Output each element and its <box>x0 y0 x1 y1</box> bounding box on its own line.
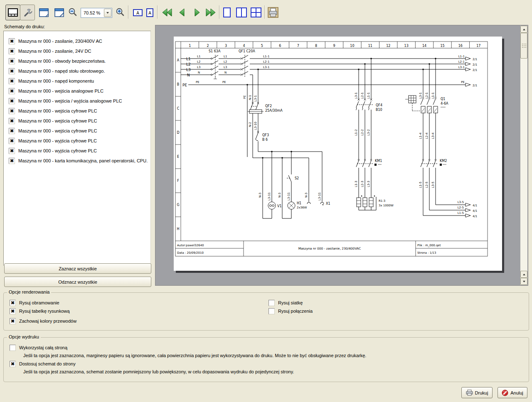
zoom-in-button[interactable] <box>113 5 127 20</box>
page-fold-button[interactable] <box>52 5 66 20</box>
checkbox[interactable] <box>268 300 275 306</box>
list-item[interactable]: ✖Maszyna nr 000 - wejścia analogowe PLC <box>4 86 150 96</box>
wire-label: N <box>198 71 200 74</box>
checkbox[interactable]: ✖ <box>9 128 15 134</box>
zoom-out-button[interactable] <box>66 5 80 20</box>
checkbox[interactable]: ✖ <box>9 108 15 114</box>
checkbox[interactable] <box>10 345 16 351</box>
zoom-level-value: 70.52 % <box>81 10 104 15</box>
wire-label: L2-1 <box>425 92 429 98</box>
first-page-button[interactable] <box>160 5 174 20</box>
one-page-view-button[interactable] <box>220 5 234 20</box>
wire-label: 3x 1000W <box>379 204 394 207</box>
list-item-label: Maszyna nr 000 - wyjścia cyfrowe PLC <box>18 138 97 143</box>
option-row[interactable]: ✖Dostosuj schemat do strony <box>10 360 523 368</box>
list-item[interactable]: ✖Maszyna nr 000 - wejścia cyfrowe PLC <box>4 126 150 136</box>
wire-label: L1-5 <box>458 211 464 215</box>
select-all-button[interactable]: Zaznacz wszystkie <box>4 263 151 274</box>
schematic-list[interactable]: ✖Maszyna nr 000 - zasilanie, 230/400V AC… <box>3 31 151 266</box>
print-setup-wrench-icon <box>22 7 32 17</box>
scrollbar-up-button-2[interactable] <box>520 271 527 278</box>
toolbar-separator <box>157 5 158 19</box>
option-row[interactable]: ✖Zachowaj kolory przewodów <box>10 317 76 325</box>
scrollbar-down-button[interactable] <box>520 278 527 285</box>
checkbox[interactable]: ✖ <box>9 138 15 144</box>
list-item-label: Maszyna nr 000 - wejścia / wyjścia analo… <box>18 98 122 103</box>
four-page-view-button[interactable] <box>249 5 264 20</box>
scrollbar-thumb[interactable] <box>520 33 527 59</box>
list-item[interactable]: ✖Maszyna nr 000 - wejścia / wyjścia anal… <box>4 96 150 106</box>
render-options-title: Opcje renderowania <box>7 289 51 294</box>
cancel-button[interactable]: Anuluj <box>498 387 527 398</box>
option-label: Rysuj obramowanie <box>19 300 59 305</box>
list-item[interactable]: ✖Maszyna nr 000 - zasilanie, 24V DC <box>4 46 150 56</box>
option-row[interactable]: Wykorzystaj całą stroną <box>10 343 523 352</box>
zoom-level-combobox[interactable]: 70.52 % <box>81 8 112 18</box>
list-item[interactable]: ✖Maszyna nr 000 - wyjścia cyfrowe PLC <box>4 136 150 146</box>
list-item[interactable]: ✖Maszyna nr 000 - wyjścia cyfrowe PLC <box>4 146 150 156</box>
scrollbar-up-button[interactable] <box>520 26 527 33</box>
option-description: Jeśli ta opcja jest zaznaczona, margines… <box>23 353 523 358</box>
list-item[interactable]: ✖Maszyna nr 000 - obwody bezpieczeństwa. <box>4 56 150 66</box>
checkbox[interactable]: ✖ <box>9 78 15 84</box>
option-row[interactable]: Rysuj siatkę <box>268 299 313 307</box>
next-page-button[interactable] <box>190 5 204 20</box>
column-header: 2 <box>207 44 209 48</box>
print-options-list: Wykorzystaj całą stronąJeśli ta opcja je… <box>10 343 523 376</box>
print-setup-button[interactable] <box>20 5 35 20</box>
preview-vertical-scrollbar[interactable] <box>520 26 527 285</box>
checkbox[interactable]: ✖ <box>9 158 15 164</box>
print-button[interactable]: Drukuj <box>461 387 493 398</box>
column-header: 4 <box>243 44 245 48</box>
titleblock-toggle-button[interactable] <box>5 5 20 20</box>
list-item[interactable]: ✖Maszyna nr 000 - napęd stołu obrotowego… <box>4 66 150 76</box>
printer-icon <box>466 390 473 396</box>
checkbox[interactable]: ✖ <box>10 308 16 314</box>
checkbox[interactable]: ✖ <box>9 68 15 74</box>
checkbox[interactable]: ✖ <box>9 58 15 64</box>
checkbox[interactable]: ✖ <box>9 98 15 104</box>
checkbox[interactable] <box>268 308 275 314</box>
last-page-button[interactable] <box>204 5 218 20</box>
page-button[interactable] <box>37 5 51 20</box>
two-page-view-button[interactable] <box>234 5 249 20</box>
checkbox[interactable]: ✖ <box>9 118 15 124</box>
deselect-all-button[interactable]: Odznacz wszystkie <box>4 277 151 287</box>
checkbox[interactable]: ✖ <box>9 148 15 154</box>
wire-label: QF3 <box>262 133 269 137</box>
checkbox[interactable]: ✖ <box>9 38 15 44</box>
wire-label: R1-3 <box>379 199 385 203</box>
print-preview-area[interactable]: 1234567891011121314151617ABCDEFGH <box>155 25 528 286</box>
zoom-level-dropdown-button[interactable] <box>104 9 111 17</box>
triangle-up-icon <box>523 274 525 275</box>
checkbox[interactable]: ✖ <box>10 361 16 367</box>
option-row[interactable]: ✖Rysuj tabelkę rysunkową <box>10 307 76 315</box>
wire-label: L3-10 <box>254 122 257 130</box>
wire-label: H1 <box>297 201 301 205</box>
column-header: 13 <box>404 44 409 48</box>
wire-label: 2/1 <box>473 84 477 87</box>
option-row[interactable]: ✖Rysuj obramowanie <box>10 299 76 307</box>
wire-label: PE <box>461 81 465 84</box>
checkbox[interactable]: ✖ <box>9 48 15 54</box>
wire-label: L3-1 <box>419 92 422 98</box>
option-row[interactable]: Rysuj połączenia <box>268 307 313 315</box>
titleblock-title: Maszyna nr 000 - zasilanie, 230/400VAC <box>298 247 361 250</box>
list-item[interactable]: ✖Maszyna nr 000 - zasilanie, 230/400V AC <box>4 36 150 46</box>
wire-label: L3-11 <box>318 192 321 201</box>
checkbox[interactable]: ✖ <box>10 300 16 306</box>
row-header: E <box>177 155 179 159</box>
print-button-toolbar[interactable] <box>266 5 280 20</box>
checkbox[interactable]: ✖ <box>9 88 15 94</box>
list-item[interactable]: ✖Maszyna nr 000 - wejścia cyfrowe PLC <box>4 106 150 116</box>
list-item[interactable]: ✖Maszyna nr 000 - karta komunikacyjna, p… <box>4 156 150 166</box>
column-header: 3 <box>225 44 227 48</box>
list-item[interactable]: ✖Maszyna nr 000 - napęd komponentu <box>4 76 150 86</box>
wire-label: L2-4 <box>425 132 429 139</box>
orientation-landscape-button[interactable]: A <box>131 5 144 20</box>
previous-page-button[interactable] <box>175 5 189 20</box>
checkbox[interactable]: ✖ <box>10 318 16 324</box>
wire-label: N-3 <box>278 193 281 198</box>
list-item[interactable]: ✖Maszyna nr 000 - wejścia cyfrowe PLC <box>4 116 150 126</box>
orientation-portrait-button[interactable]: A <box>144 5 155 20</box>
